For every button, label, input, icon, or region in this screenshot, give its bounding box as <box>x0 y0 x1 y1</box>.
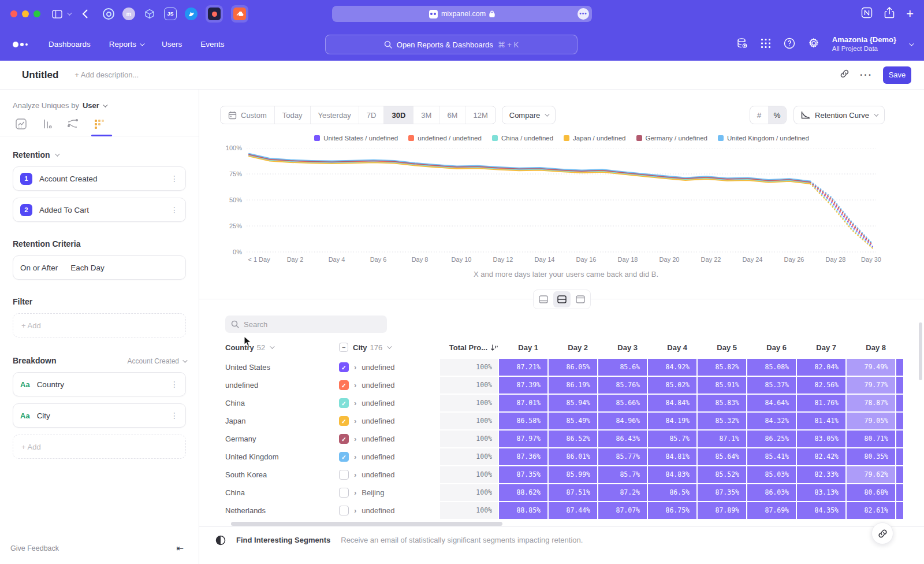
help-icon[interactable] <box>784 38 795 51</box>
more-actions-icon[interactable]: ··· <box>860 70 873 80</box>
retention-cell[interactable]: 82.33% <box>797 466 845 483</box>
collapse-sidebar-icon[interactable]: ⇤ <box>176 543 184 554</box>
table-row[interactable]: China›Beijing100%88.62%87.51%87.2%86.5%8… <box>225 484 903 501</box>
retention-cell[interactable]: 79.49% <box>847 359 895 376</box>
range-7d[interactable]: 7D <box>359 106 385 124</box>
data-management-icon[interactable] <box>736 38 748 51</box>
table-only-view-icon[interactable] <box>572 291 589 307</box>
table-row[interactable]: Japan✓›undefined100%86.58%85.49%84.96%84… <box>225 413 903 429</box>
retention-cell[interactable]: 85.99% <box>549 466 597 483</box>
absolute-numbers-toggle[interactable]: # <box>750 106 768 124</box>
retention-cell[interactable]: 87.01% <box>499 395 547 411</box>
retention-cell[interactable]: 80.71% <box>847 431 895 447</box>
range-today[interactable]: Today <box>275 106 311 124</box>
retention-cell[interactable]: 80.68% <box>847 484 895 501</box>
table-row[interactable]: China✓›undefined100%87.01%85.94%85.66%84… <box>225 395 903 411</box>
retention-cell[interactable]: 84.84% <box>648 395 696 411</box>
retention-cell[interactable]: 84.96% <box>598 413 647 429</box>
retention-cell[interactable]: 85.77% <box>598 448 647 465</box>
step-card-2[interactable]: 2 Added To Cart ⋮ <box>13 198 186 222</box>
zoom-window-button[interactable] <box>33 10 40 17</box>
add-breakdown-button[interactable]: + Add <box>13 435 186 459</box>
series-checkbox[interactable] <box>339 506 349 515</box>
table-row[interactable]: Germany✓›undefined100%87.97%86.52%86.43%… <box>225 431 903 447</box>
retention-cell[interactable]: 85.66% <box>598 395 647 411</box>
retention-cell[interactable]: 88.85% <box>499 502 547 519</box>
retention-cell[interactable]: 84.83% <box>648 466 696 483</box>
range-12m[interactable]: 12M <box>465 106 495 124</box>
retention-cell[interactable]: 85.83% <box>698 395 746 411</box>
day-column-header[interactable]: Day 8 <box>847 343 895 352</box>
retention-cell[interactable]: 87.44% <box>549 502 597 519</box>
retention-cell[interactable]: 84.35% <box>797 502 845 519</box>
criteria-card[interactable]: On or After Each Day <box>13 255 186 280</box>
country-column-header[interactable]: Country52 <box>225 343 338 352</box>
nav-item-users[interactable]: Users <box>162 40 182 49</box>
expand-row-chevron-icon[interactable]: › <box>354 470 356 479</box>
expand-row-chevron-icon[interactable]: › <box>354 399 356 407</box>
minimize-window-button[interactable] <box>22 10 29 17</box>
series-checkbox[interactable]: ✓ <box>339 398 349 408</box>
soundcloud-extension-icon[interactable] <box>231 5 248 23</box>
series-checkbox[interactable]: ✓ <box>339 380 349 390</box>
tab-flows[interactable] <box>67 118 79 129</box>
series-checkbox[interactable]: ✓ <box>339 416 349 426</box>
retention-cell[interactable]: 85.02% <box>648 377 696 394</box>
back-icon[interactable] <box>82 9 88 18</box>
nav-item-dashboards[interactable]: Dashboards <box>49 40 91 49</box>
step-kebab-icon[interactable]: ⋮ <box>170 205 178 214</box>
target-extension-icon[interactable] <box>103 8 114 20</box>
retention-cell[interactable]: 84.64% <box>747 395 796 411</box>
retention-cell[interactable]: 85.7% <box>648 431 696 447</box>
chart-only-view-icon[interactable] <box>535 291 552 307</box>
project-switcher[interactable]: Amazonia {Demo} All Project Data <box>832 35 896 53</box>
series-checkbox[interactable]: ✓ <box>339 434 349 444</box>
retention-cell[interactable]: 87.89% <box>698 502 746 519</box>
table-row[interactable]: undefined✓›undefined100%87.39%86.19%85.7… <box>225 377 903 394</box>
retention-cell[interactable]: 86.05% <box>549 359 597 376</box>
breakdown-card-city[interactable]: Aa City ⋮ <box>13 403 186 428</box>
retention-cell[interactable]: 85.32% <box>698 413 746 429</box>
retention-cell[interactable]: 85.7% <box>598 466 647 483</box>
table-search[interactable] <box>225 316 387 333</box>
copy-link-icon[interactable] <box>840 69 850 81</box>
analyze-value[interactable]: User <box>83 101 99 110</box>
mixpanel-logo-icon[interactable] <box>13 42 28 47</box>
global-search-button[interactable]: Open Reports & Dashboards ⌘ + K <box>325 35 578 54</box>
day-column-header[interactable]: Day 4 <box>648 343 696 352</box>
select-all-checkbox[interactable]: − <box>339 343 348 352</box>
cube-extension-icon[interactable] <box>143 8 156 20</box>
breakdown-card-country[interactable]: Aa Country ⋮ <box>13 372 186 396</box>
breakdown-kebab-icon[interactable]: ⋮ <box>170 380 178 389</box>
tab-insights[interactable] <box>15 118 27 129</box>
expand-row-chevron-icon[interactable]: › <box>354 506 356 515</box>
tab-retention[interactable] <box>93 118 105 129</box>
expand-row-chevron-icon[interactable]: › <box>354 452 356 461</box>
retention-cell[interactable]: 87.51% <box>549 484 597 501</box>
day-column-header[interactable]: Day 3 <box>598 343 647 352</box>
table-row[interactable]: South Korea›undefined100%87.35%85.99%85.… <box>225 466 903 483</box>
expand-row-chevron-icon[interactable]: › <box>354 435 356 443</box>
series-checkbox[interactable]: ✓ <box>339 362 349 372</box>
day-column-header[interactable]: Day 7 <box>797 343 845 352</box>
range-yesterday[interactable]: Yesterday <box>311 106 359 124</box>
retention-cell[interactable]: 87.69% <box>747 502 796 519</box>
split-view-icon[interactable] <box>553 291 571 307</box>
percent-toggle[interactable]: % <box>768 106 786 124</box>
address-bar[interactable]: mixpanel.com ••• <box>332 6 592 22</box>
notion-icon[interactable] <box>861 7 873 21</box>
legend-item[interactable]: China / undefined <box>492 135 553 142</box>
range-6m[interactable]: 6M <box>439 106 465 124</box>
series-checkbox[interactable]: ✓ <box>339 452 349 462</box>
step-card-1[interactable]: 1 Account Created ⋮ <box>13 166 186 191</box>
new-tab-plus-icon[interactable]: + <box>906 9 914 19</box>
retention-cell[interactable]: 87.35% <box>499 466 547 483</box>
retention-cell[interactable]: 85.49% <box>549 413 597 429</box>
retention-cell[interactable]: 86.52% <box>549 431 597 447</box>
retention-cell[interactable]: 85.6% <box>598 359 647 376</box>
horizontal-scrollbar[interactable] <box>231 522 502 526</box>
chart-type-button[interactable]: Retention Curve <box>793 106 885 124</box>
report-title[interactable]: Untitled <box>22 69 58 81</box>
retention-cell[interactable]: 85.52% <box>698 466 746 483</box>
retention-cell[interactable]: 84.92% <box>648 359 696 376</box>
